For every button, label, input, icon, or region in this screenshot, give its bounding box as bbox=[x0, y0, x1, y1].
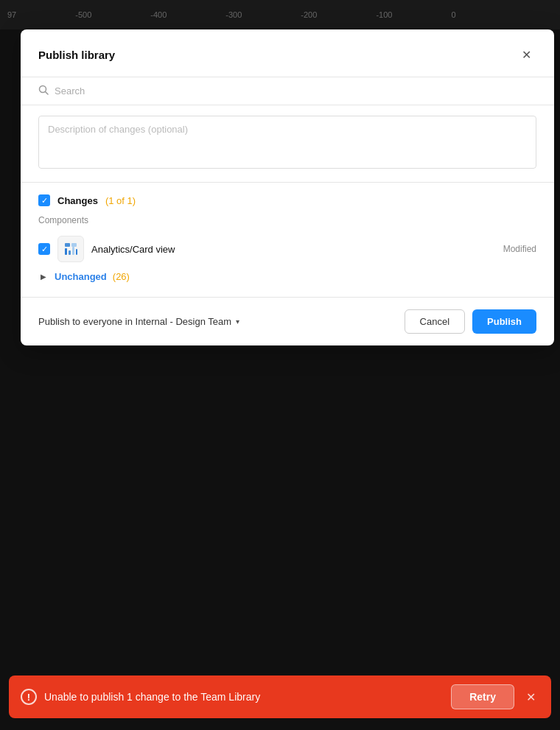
svg-rect-5 bbox=[69, 250, 71, 255]
unchanged-count: (26) bbox=[113, 271, 130, 282]
description-section bbox=[21, 105, 554, 183]
chevron-down-icon: ▾ bbox=[236, 317, 239, 326]
publish-target-selector[interactable]: Publish to everyone in Internal - Design… bbox=[38, 316, 239, 327]
modal-title: Publish library bbox=[38, 49, 115, 61]
svg-rect-3 bbox=[71, 243, 77, 247]
svg-rect-4 bbox=[65, 248, 67, 255]
toast-message: Unable to publish 1 change to the Team L… bbox=[44, 691, 444, 703]
toast-close-icon[interactable]: ✕ bbox=[522, 688, 539, 706]
cancel-button[interactable]: Cancel bbox=[405, 309, 465, 334]
component-status: Modified bbox=[503, 244, 536, 254]
svg-line-1 bbox=[46, 92, 49, 95]
checkmark-icon: ✓ bbox=[41, 245, 48, 254]
retry-button[interactable]: Retry bbox=[451, 684, 514, 709]
search-input[interactable] bbox=[55, 85, 536, 96]
modal-footer: Publish to everyone in Internal - Design… bbox=[21, 298, 554, 345]
toast-notification: ! Unable to publish 1 change to the Team… bbox=[9, 675, 551, 718]
close-modal-button[interactable]: ✕ bbox=[516, 44, 536, 65]
svg-rect-6 bbox=[72, 247, 74, 255]
component-icon bbox=[57, 236, 84, 262]
component-item: ✓ Analytics/Card view Modified bbox=[38, 233, 536, 265]
component-name: Analytics/Card view bbox=[91, 244, 496, 255]
exclamation-icon: ! bbox=[21, 689, 37, 705]
search-icon bbox=[38, 85, 49, 97]
description-input[interactable] bbox=[38, 116, 536, 169]
changes-count: (1 of 1) bbox=[105, 195, 136, 206]
svg-rect-2 bbox=[65, 243, 70, 247]
changes-header: ✓ Changes (1 of 1) bbox=[38, 194, 536, 206]
modal-header: Publish library ✕ bbox=[21, 29, 554, 77]
checkmark-icon: ✓ bbox=[41, 196, 48, 206]
components-label: Components bbox=[38, 215, 536, 225]
publish-target-label: Publish to everyone in Internal - Design… bbox=[38, 316, 231, 327]
component-checkbox[interactable]: ✓ bbox=[38, 243, 50, 255]
unchanged-label[interactable]: Unchanged bbox=[55, 271, 107, 282]
footer-buttons: Cancel Publish bbox=[405, 309, 536, 334]
close-icon: ✕ bbox=[522, 48, 531, 62]
publish-library-modal: Publish library ✕ ✓ Changes (1 of 1) Com… bbox=[21, 29, 554, 345]
publish-button[interactable]: Publish bbox=[472, 309, 536, 334]
expand-unchanged-arrow[interactable]: ▶ bbox=[38, 272, 49, 282]
changes-section: ✓ Changes (1 of 1) Components ✓ bbox=[21, 183, 554, 298]
unchanged-row: ▶ Unchanged (26) bbox=[38, 265, 536, 285]
changes-label: Changes bbox=[57, 195, 98, 206]
search-bar bbox=[21, 77, 554, 105]
svg-rect-7 bbox=[76, 249, 77, 255]
changes-checkbox[interactable]: ✓ bbox=[38, 194, 50, 206]
